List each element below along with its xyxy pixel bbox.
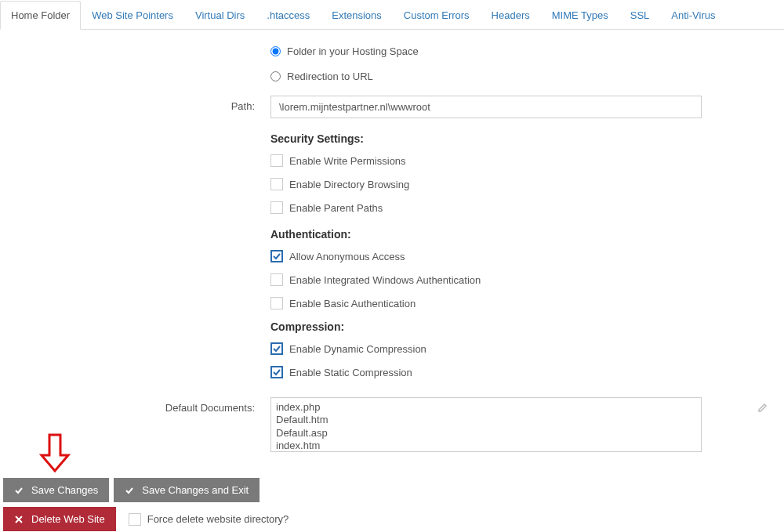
save-changes-exit-label: Save Changes and Exit bbox=[142, 484, 249, 496]
chk-static-compression[interactable] bbox=[270, 366, 283, 378]
auth-heading: Authentication: bbox=[270, 228, 702, 241]
chk-directory-browsing-label: Enable Directory Browsing bbox=[289, 179, 409, 190]
tab-web-site-pointers[interactable]: Web Site Pointers bbox=[81, 1, 184, 30]
radio-folder-input[interactable] bbox=[270, 46, 281, 56]
save-changes-exit-button[interactable]: Save Changes and Exit bbox=[114, 478, 260, 502]
chk-dynamic-compression[interactable] bbox=[270, 342, 283, 355]
radio-folder-hosting[interactable]: Folder in your Hosting Space bbox=[270, 45, 784, 57]
chk-directory-browsing[interactable] bbox=[270, 178, 283, 190]
path-label: Path: bbox=[0, 96, 270, 112]
chk-dynamic-compression-label: Enable Dynamic Compression bbox=[289, 343, 426, 355]
tab-mime-types[interactable]: MIME Types bbox=[541, 1, 619, 30]
chk-windows-auth-label: Enable Integrated Windows Authentication bbox=[289, 274, 481, 286]
chk-basic-auth[interactable] bbox=[270, 297, 283, 309]
tab-home-folder[interactable]: Home Folder bbox=[0, 1, 81, 30]
tab-strip: Home Folder Web Site Pointers Virtual Di… bbox=[0, 0, 784, 30]
radio-folder-label: Folder in your Hosting Space bbox=[287, 45, 419, 57]
form-area: Folder in your Hosting Space Redirection… bbox=[0, 30, 784, 470]
delete-website-label: Delete Web Site bbox=[31, 513, 105, 525]
edit-icon[interactable] bbox=[757, 402, 768, 415]
buttons-area: Save Changes Save Changes and Exit Delet… bbox=[0, 470, 784, 532]
chk-windows-auth[interactable] bbox=[270, 273, 283, 286]
tab-virtual-dirs[interactable]: Virtual Dirs bbox=[184, 1, 256, 30]
chk-force-delete-label: Force delete website directory? bbox=[147, 513, 289, 525]
radio-redirect-input[interactable] bbox=[270, 71, 281, 81]
chk-anon-access-label: Allow Anonymous Access bbox=[289, 251, 405, 262]
close-icon bbox=[14, 515, 24, 524]
radio-redirect-url[interactable]: Redirection to URL bbox=[270, 71, 784, 82]
tab-extensions[interactable]: Extensions bbox=[321, 1, 393, 30]
chk-anon-access[interactable] bbox=[270, 250, 283, 262]
path-input[interactable] bbox=[270, 96, 702, 118]
tab-headers[interactable]: Headers bbox=[481, 1, 541, 30]
tab-ssl[interactable]: SSL bbox=[619, 1, 661, 30]
tab-htaccess[interactable]: .htaccess bbox=[256, 1, 321, 30]
save-changes-label: Save Changes bbox=[31, 484, 98, 496]
default-docs-textarea[interactable] bbox=[270, 397, 702, 452]
default-docs-label: Default Documents: bbox=[0, 397, 270, 414]
tab-anti-virus[interactable]: Anti-Virus bbox=[660, 1, 726, 30]
chk-static-compression-label: Enable Static Compression bbox=[289, 367, 412, 378]
chk-force-delete[interactable] bbox=[129, 513, 141, 526]
radio-redirect-label: Redirection to URL bbox=[287, 71, 373, 82]
chk-write-permissions[interactable] bbox=[270, 154, 283, 167]
check-icon bbox=[125, 486, 134, 495]
chk-basic-auth-label: Enable Basic Authentication bbox=[289, 298, 416, 309]
save-changes-button[interactable]: Save Changes bbox=[3, 478, 109, 502]
chk-write-permissions-label: Enable Write Permissions bbox=[289, 155, 406, 167]
security-heading: Security Settings: bbox=[270, 132, 702, 145]
tab-custom-errors[interactable]: Custom Errors bbox=[393, 1, 481, 30]
chk-parent-paths[interactable] bbox=[270, 201, 283, 214]
chk-parent-paths-label: Enable Parent Paths bbox=[289, 202, 383, 214]
compression-heading: Compression: bbox=[270, 320, 702, 333]
check-icon bbox=[14, 486, 24, 495]
delete-website-button[interactable]: Delete Web Site bbox=[3, 507, 116, 531]
